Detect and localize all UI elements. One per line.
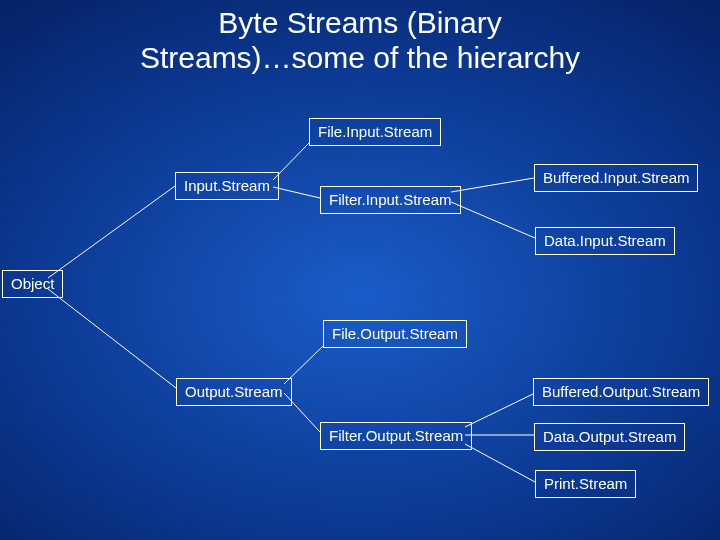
title-line-2: Streams)…some of the hierarchy [140, 41, 580, 74]
slide: Byte Streams (Binary Streams)…some of th… [0, 0, 720, 540]
svg-line-4 [451, 178, 534, 192]
svg-line-3 [273, 187, 320, 198]
svg-line-0 [48, 186, 175, 278]
node-buffered-output-stream: Buffered.Output.Stream [533, 378, 709, 406]
svg-line-5 [451, 202, 535, 238]
node-print-stream: Print.Stream [535, 470, 636, 498]
node-data-input-stream: Data.Input.Stream [535, 227, 675, 255]
node-input-stream: Input.Stream [175, 172, 279, 200]
node-filter-output-stream: Filter.Output.Stream [320, 422, 472, 450]
node-data-output-stream: Data.Output.Stream [534, 423, 685, 451]
node-filter-input-stream: Filter.Input.Stream [320, 186, 461, 214]
title-line-1: Byte Streams (Binary [218, 6, 501, 39]
svg-line-10 [465, 444, 535, 482]
slide-title: Byte Streams (Binary Streams)…some of th… [0, 6, 720, 75]
node-file-input-stream: File.Input.Stream [309, 118, 441, 146]
node-output-stream: Output.Stream [176, 378, 292, 406]
svg-line-1 [48, 289, 176, 388]
node-file-output-stream: File.Output.Stream [323, 320, 467, 348]
node-object: Object [2, 270, 63, 298]
node-buffered-input-stream: Buffered.Input.Stream [534, 164, 698, 192]
connector-lines [0, 0, 720, 540]
svg-line-8 [465, 394, 533, 427]
